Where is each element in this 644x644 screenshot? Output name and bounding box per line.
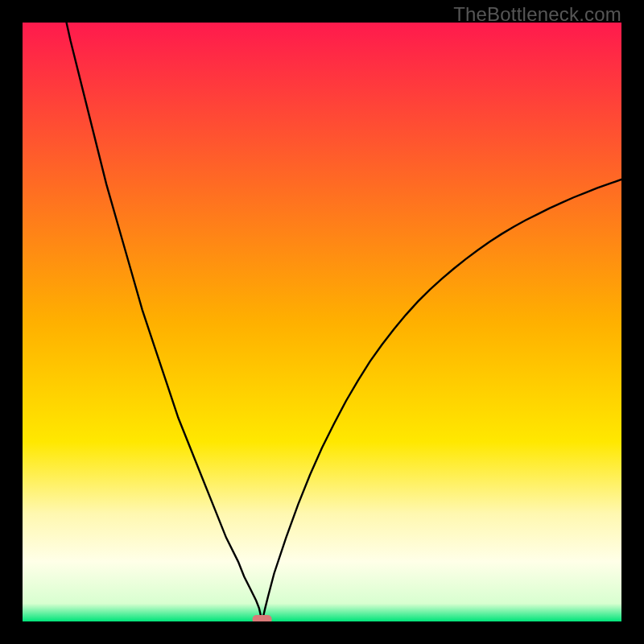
- chart-frame: [23, 23, 621, 621]
- chart-svg: [23, 23, 621, 621]
- minimum-marker: [253, 615, 272, 621]
- gradient-background: [23, 23, 621, 621]
